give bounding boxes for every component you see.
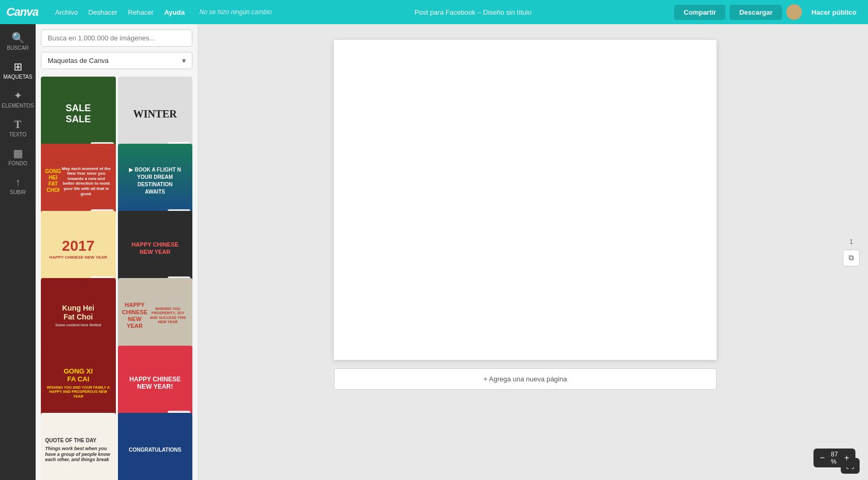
- topnav-right: Compartir Descargar Hacer público: [674, 4, 862, 20]
- copy-icon: ⧉: [849, 253, 854, 262]
- search-icon: 🔍: [12, 33, 25, 43]
- template-card[interactable]: CONGRATULATIONS: [118, 413, 193, 480]
- text-icon: T: [14, 119, 21, 130]
- background-icon: ▦: [13, 148, 23, 158]
- template-card[interactable]: SALESALE GRATIS: [41, 77, 116, 152]
- search-input[interactable]: [41, 29, 192, 47]
- sidebar-label-fondo: FONDO: [8, 161, 27, 166]
- topnav-menu: Archivo Deshacer Rehacer Ayuda: [51, 6, 189, 18]
- template-card[interactable]: HAPPY CHINESENEW YEAR! GRATIS: [118, 346, 193, 421]
- sidebar-item-subir[interactable]: ↑ SUBIR: [2, 173, 34, 199]
- descargar-button[interactable]: Descargar: [730, 5, 782, 20]
- sidebar-item-fondo[interactable]: ▦ FONDO: [2, 144, 34, 170]
- templates-icon: ⊞: [14, 61, 23, 72]
- template-card[interactable]: HAPPYCHINESENEW YEARWISHING YOU PROSPERI…: [118, 278, 193, 353]
- sidebar-label-elementos: ELEMENTOS: [2, 103, 34, 109]
- template-card[interactable]: GONG HEI FAT CHOIMay each moment of the …: [41, 144, 116, 219]
- save-status: No se hizo ningún cambio: [199, 8, 272, 16]
- sidebar-item-buscar[interactable]: 🔍 BUSCAR: [2, 28, 34, 55]
- page-number: 1: [850, 238, 853, 246]
- zoom-out-button[interactable]: −: [818, 452, 827, 464]
- right-controls: 1 ⧉: [843, 238, 860, 266]
- search-area: [36, 24, 198, 52]
- avatar[interactable]: [786, 4, 802, 20]
- sidebar-label-maquetas: MAQUETAS: [3, 74, 32, 80]
- panel-sidebar: Maquetas de Canva Mis maquetas ▼ SALESAL…: [36, 24, 198, 480]
- upload-icon: ↑: [15, 177, 20, 187]
- zoom-controls: − 87 % +: [813, 449, 855, 467]
- add-page-button[interactable]: + Agrega una nueva página: [334, 368, 717, 390]
- sidebar-label-buscar: BUSCAR: [7, 45, 29, 51]
- template-grid: SALESALE GRATIS WINTER GRATIS GONG HEI F…: [36, 74, 198, 480]
- template-card[interactable]: WINTER GRATIS: [118, 77, 193, 152]
- logo: Canva: [6, 5, 38, 19]
- zoom-in-button[interactable]: +: [842, 452, 851, 464]
- hacer-publico-button[interactable]: Hacer público: [806, 5, 862, 20]
- doc-title: Post para Facebook – Diseño sin título: [280, 8, 666, 16]
- template-card[interactable]: 2017 HAPPY CHINESE NEW YEAR GRATIS: [41, 211, 116, 286]
- category-dropdown[interactable]: Maquetas de Canva Mis maquetas: [41, 52, 192, 69]
- zoom-percent: 87 %: [829, 451, 840, 465]
- template-card[interactable]: QUOTE OF THE DAY Things work best when y…: [41, 413, 116, 480]
- icon-sidebar: 🔍 BUSCAR ⊞ MAQUETAS ✦ ELEMENTOS T TEXTO …: [0, 24, 36, 480]
- canvas-page[interactable]: [334, 40, 717, 360]
- menu-rehacer[interactable]: Rehacer: [124, 6, 158, 18]
- menu-ayuda[interactable]: Ayuda: [160, 6, 189, 18]
- sidebar-label-subir: SUBIR: [10, 189, 26, 195]
- template-card[interactable]: ▶ BOOK A FLIGHT N YOUR DREAM DESTINATION…: [118, 144, 193, 219]
- menu-deshacer[interactable]: Deshacer: [84, 6, 122, 18]
- main-area: 🔍 BUSCAR ⊞ MAQUETAS ✦ ELEMENTOS T TEXTO …: [0, 24, 868, 480]
- copy-page-button[interactable]: ⧉: [843, 250, 860, 266]
- topnav: Canva Archivo Deshacer Rehacer Ayuda No …: [0, 0, 868, 24]
- template-card[interactable]: HAPPY CHINESENEW YEAR GRATIS: [118, 211, 193, 286]
- sidebar-item-maquetas[interactable]: ⊞ MAQUETAS: [2, 57, 34, 84]
- elements-icon: ✦: [14, 90, 23, 101]
- template-card[interactable]: GONG XI FA CAI WISHING YOU AND YOUR FAMI…: [41, 346, 116, 421]
- menu-archivo[interactable]: Archivo: [51, 6, 82, 18]
- canvas-wrapper: + Agrega una nueva página: [334, 40, 717, 390]
- dropdown-area: Maquetas de Canva Mis maquetas ▼: [41, 52, 192, 69]
- sidebar-item-texto[interactable]: T TEXTO: [2, 115, 34, 142]
- zoom-cluster: ⛶ − 87 % +: [841, 458, 862, 474]
- template-card[interactable]: Kung Hei Fat Choi Some content here limi…: [41, 278, 116, 353]
- canvas-area: + Agrega una nueva página 1 ⧉ ⛶ − 87 % +: [198, 24, 868, 480]
- sidebar-label-texto: TEXTO: [9, 132, 26, 137]
- sidebar-item-elementos[interactable]: ✦ ELEMENTOS: [2, 86, 34, 113]
- compartir-button[interactable]: Compartir: [674, 5, 725, 20]
